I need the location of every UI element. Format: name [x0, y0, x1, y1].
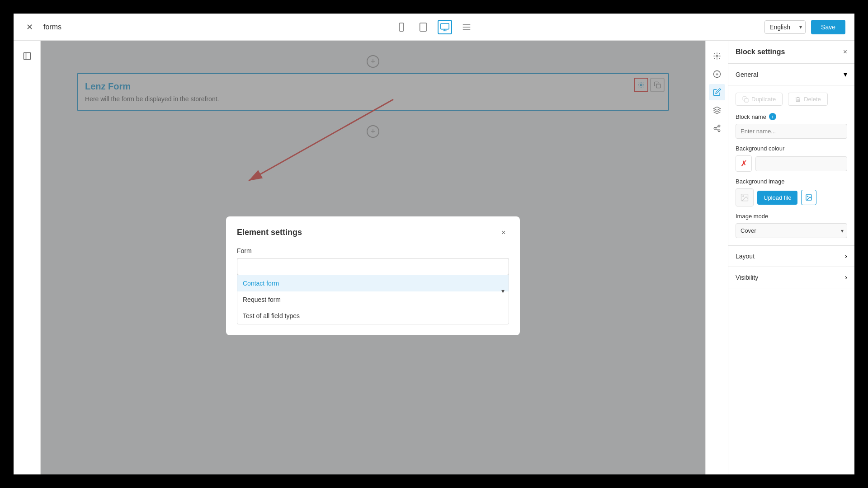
dropdown-item-testfields[interactable]: Test of all field types: [237, 308, 509, 324]
delete-button[interactable]: Delete: [788, 93, 828, 106]
svg-line-24: [716, 129, 718, 130]
svg-rect-26: [745, 99, 748, 102]
block-name-info-icon: i: [769, 113, 776, 120]
general-section-chevron: ▾: [844, 70, 847, 79]
colour-input[interactable]: [755, 156, 847, 171]
block-settings-panel: Block settings × General ▾ Duplicate Del…: [728, 41, 854, 474]
visibility-section-title: Visibility: [736, 274, 758, 281]
panel-edit-icon[interactable]: [709, 84, 725, 100]
svg-rect-0: [399, 23, 403, 31]
image-thumbnail: [736, 188, 754, 206]
svg-marker-20: [713, 107, 720, 111]
layout-section-title: Layout: [736, 253, 755, 260]
svg-line-25: [716, 127, 718, 128]
general-section-header[interactable]: General ▾: [728, 64, 854, 85]
tablet-view-button[interactable]: [416, 20, 430, 34]
panel-title: Block settings: [736, 48, 785, 56]
element-settings-modal: Element settings × Form ▾ Contact form R…: [226, 216, 520, 335]
upload-file-button[interactable]: Upload file: [757, 191, 797, 205]
page-title: forms: [43, 23, 61, 31]
duplicate-label: Duplicate: [751, 96, 776, 103]
svg-point-30: [807, 196, 808, 197]
panel-layers-icon[interactable]: [709, 102, 725, 118]
mobile-view-button[interactable]: [394, 20, 409, 34]
canvas-area: + Lenz Form Here will the form be displa…: [41, 41, 705, 474]
bg-colour-label: Background colour: [736, 145, 847, 152]
svg-point-23: [718, 130, 720, 132]
save-button[interactable]: Save: [811, 20, 845, 34]
modal-backdrop: Element settings × Form ▾ Contact form R…: [41, 41, 705, 474]
delete-label: Delete: [804, 96, 821, 103]
close-button[interactable]: ✕: [23, 20, 36, 34]
visibility-section-chevron: ›: [845, 273, 847, 282]
svg-point-28: [743, 196, 744, 197]
svg-rect-2: [420, 23, 427, 31]
sidebar-layout-icon[interactable]: [19, 48, 35, 64]
layout-section-header[interactable]: Layout ›: [728, 246, 854, 267]
image-settings-button[interactable]: [801, 190, 816, 205]
colour-swatch[interactable]: ✗: [736, 155, 752, 172]
duplicate-button[interactable]: Duplicate: [736, 93, 783, 106]
form-dropdown-list: Contact form Request form Test of all fi…: [237, 275, 509, 324]
panel-share-icon[interactable]: [709, 120, 725, 136]
svg-rect-10: [24, 53, 30, 60]
general-section-body: Duplicate Delete Block name i Background…: [728, 85, 854, 246]
form-dropdown-wrapper: ▾ Contact form Request form Test of all …: [237, 258, 509, 324]
svg-point-21: [718, 125, 720, 127]
bg-image-label: Background image: [736, 178, 847, 185]
svg-point-16: [716, 55, 718, 57]
modal-close-button[interactable]: ×: [498, 227, 509, 238]
visibility-section-header[interactable]: Visibility ›: [728, 267, 854, 288]
form-dropdown-label: Form: [237, 247, 509, 254]
dropdown-item-contact[interactable]: Contact form: [237, 275, 509, 291]
panel-close-button[interactable]: ×: [843, 48, 847, 56]
layout-section-chevron: ›: [845, 252, 847, 260]
modal-title: Element settings: [237, 228, 302, 237]
dropdown-item-request[interactable]: Request form: [237, 291, 509, 308]
svg-rect-4: [441, 23, 449, 29]
panel-settings-icon[interactable]: [709, 48, 725, 64]
desktop-view-button[interactable]: [438, 20, 452, 34]
list-view-button[interactable]: [459, 20, 474, 34]
form-dropdown-input[interactable]: [237, 258, 509, 275]
block-name-label: Block name i: [736, 113, 847, 120]
general-section-title: General: [736, 71, 758, 78]
block-name-input[interactable]: [736, 124, 847, 139]
language-select[interactable]: English German French: [764, 20, 806, 34]
image-mode-label: Image mode: [736, 213, 847, 220]
svg-point-22: [714, 127, 716, 130]
image-mode-select[interactable]: Cover Contain Repeat Auto: [736, 223, 847, 238]
panel-add-icon[interactable]: [709, 66, 725, 82]
